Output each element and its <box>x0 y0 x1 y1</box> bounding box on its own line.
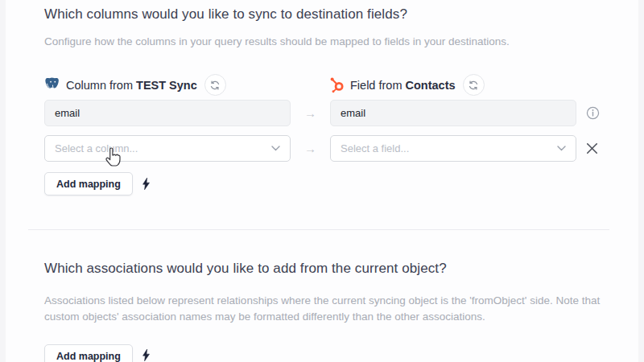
source-column-select[interactable]: Select a column... <box>44 135 291 162</box>
destination-field-header: Field from Contacts <box>328 74 485 96</box>
destination-header-label: Field from Contacts <box>350 79 456 92</box>
source-column-input[interactable]: email <box>44 100 291 126</box>
add-association-mapping-button[interactable]: Add mapping <box>44 344 133 362</box>
refresh-source-columns-button[interactable] <box>204 74 226 96</box>
lightning-bolt-icon[interactable] <box>142 177 151 191</box>
source-select-placeholder: Select a column... <box>55 142 138 154</box>
associations-section-title: Which associations would you like to add… <box>44 261 447 277</box>
destination-field-input[interactable]: email <box>330 100 576 126</box>
columns-section-description: Configure how the columns in your query … <box>44 34 612 50</box>
info-icon[interactable] <box>586 106 600 120</box>
page-left-gutter <box>0 0 6 362</box>
source-header-label: Column from TEST Sync <box>66 79 197 92</box>
destination-field-select[interactable]: Select a field... <box>330 135 576 162</box>
chevron-down-icon <box>557 146 566 151</box>
source-name: TEST Sync <box>136 79 197 92</box>
refresh-icon <box>468 80 479 91</box>
source-column-header: Column from TEST Sync <box>44 74 226 96</box>
lightning-bolt-icon[interactable] <box>142 348 151 362</box>
destination-select-placeholder: Select a field... <box>341 142 409 154</box>
hubspot-icon <box>328 76 345 93</box>
remove-mapping-button[interactable] <box>585 142 599 155</box>
associations-section-description: Associations listed below represent rela… <box>44 293 612 325</box>
add-mapping-button[interactable]: Add mapping <box>44 172 133 195</box>
refresh-destination-fields-button[interactable] <box>463 74 485 96</box>
arrow-right-icon: → <box>291 100 330 126</box>
refresh-icon <box>209 80 221 91</box>
columns-section-title: Which columns would you like to sync to … <box>44 6 407 23</box>
page-right-gutter <box>638 0 644 362</box>
destination-name: Contacts <box>406 79 456 92</box>
postgresql-icon <box>44 76 61 93</box>
close-icon <box>585 142 599 155</box>
section-divider <box>28 229 609 230</box>
chevron-down-icon <box>271 146 280 151</box>
arrow-right-icon: → <box>291 135 330 162</box>
